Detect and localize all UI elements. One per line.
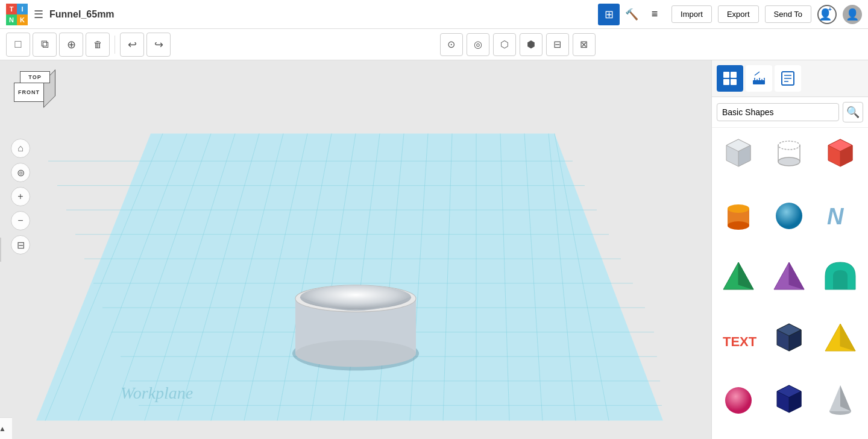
view-cube-btn[interactable]: ⊟ — [11, 235, 30, 254]
shape-arch[interactable] — [816, 253, 864, 302]
home-icon: ⌂ — [17, 143, 24, 154]
shape-sphere[interactable] — [765, 192, 813, 240]
pyramid-green-shape-icon — [720, 259, 756, 295]
orbit-icon: ⊚ — [17, 167, 25, 178]
svg-rect-37 — [731, 72, 737, 78]
shape-box[interactable] — [714, 130, 763, 178]
svg-rect-39 — [731, 79, 737, 85]
svg-point-63 — [728, 204, 749, 213]
svg-rect-36 — [723, 72, 729, 78]
svg-marker-75 — [840, 324, 855, 351]
app-logo: T I N K — [6, 4, 28, 25]
cylinder-shape-icon — [720, 198, 756, 234]
shape-box-dark[interactable] — [765, 315, 813, 363]
zoom-out-icon: − — [17, 215, 23, 226]
shapes-header: Basic Shapes Letters & Numbers Connector… — [712, 97, 868, 128]
orbit-btn[interactable]: ⊚ — [11, 163, 30, 182]
shape-pyramid-green[interactable] — [714, 253, 763, 302]
sphere-shape-icon — [771, 198, 807, 234]
delete-btn[interactable]: 🗑 — [86, 33, 110, 57]
logo-t: T — [6, 4, 17, 14]
shape-sphere-pink[interactable] — [714, 376, 763, 425]
delete-icon: 🗑 — [93, 39, 102, 49]
project-name: Funnel_65mm — [49, 9, 592, 20]
zoom-in-btn[interactable]: + — [11, 187, 30, 206]
view-icons: ⊞ 🔨 ≡ — [598, 4, 665, 25]
shapes-panel-tab[interactable] — [717, 65, 743, 92]
collapse-arrow[interactable]: › — [0, 238, 1, 262]
snap-grid-control: Snap Grid ▲ — [0, 420, 6, 437]
copy-btn[interactable]: ⧉ — [33, 33, 57, 57]
notes-tab-icon — [780, 71, 796, 86]
undo-btn[interactable]: ↩ — [120, 33, 144, 57]
user-avatar[interactable]: 👤 — [843, 5, 862, 24]
cube-front-face: FRONT — [14, 83, 44, 102]
separator-1 — [115, 36, 115, 54]
svg-text:N: N — [827, 204, 844, 229]
main-area: TOP FRONT ⌂ ⊚ + − ⊟ Workplane › Settings… — [0, 60, 868, 439]
toolbar: □ ⧉ ⊕ 🗑 ↩ ↪ ⊙ ◎ ⬡ ⬢ ⊟ ⊠ — [0, 29, 868, 60]
box-shape-icon — [720, 136, 756, 172]
svg-point-54 — [778, 141, 800, 150]
svg-point-35 — [300, 285, 411, 310]
snap-icon: ⬡ — [500, 39, 509, 50]
view-snap-btn[interactable]: ⬡ — [493, 33, 516, 56]
home-btn[interactable]: ⌂ — [11, 139, 30, 158]
panel-tabs — [712, 60, 868, 97]
menu-icon[interactable]: ☰ — [34, 8, 43, 21]
box-dark-shape-icon — [771, 321, 807, 357]
code-view-btn[interactable]: ≡ — [644, 4, 665, 25]
view-mirror-btn[interactable]: ⊠ — [573, 33, 596, 56]
logo-n: N — [6, 14, 17, 25]
view-home-btn[interactable]: ⊙ — [440, 33, 463, 56]
top-bar: T I N K ☰ Funnel_65mm ⊞ 🔨 ≡ Import Expor… — [0, 0, 868, 29]
build-view-btn[interactable]: 🔨 — [621, 4, 643, 25]
shapes-search-button[interactable]: 🔍 — [843, 102, 863, 122]
ruler-panel-tab[interactable] — [746, 65, 772, 92]
toolbar-center: ⊙ ◎ ⬡ ⬢ ⊟ ⊠ — [173, 33, 862, 56]
svg-point-76 — [725, 387, 752, 414]
shape-pyramid-purple[interactable] — [765, 253, 813, 302]
box-icon: □ — [15, 38, 22, 51]
bottom-status-bar: Settings Snap Grid ▲ — [0, 417, 12, 439]
zoom-out-btn[interactable]: − — [11, 211, 30, 230]
pyramid-purple-shape-icon — [771, 259, 807, 295]
shape-wave[interactable]: N — [816, 192, 864, 240]
svg-point-33 — [295, 340, 416, 367]
arch-shape-icon — [822, 259, 858, 295]
send-to-button[interactable]: Send To — [765, 5, 811, 23]
shape-text[interactable]: TEXT — [714, 315, 763, 363]
notes-panel-tab[interactable] — [775, 65, 801, 92]
text-shape-icon: TEXT — [720, 321, 756, 357]
copy-icon: ⧉ — [41, 38, 49, 51]
svg-marker-1 — [36, 134, 663, 421]
shape-cylinder[interactable] — [714, 192, 763, 240]
svg-text:TEXT: TEXT — [723, 334, 756, 349]
svg-point-64 — [776, 203, 802, 229]
shape-cone-grey[interactable] — [816, 376, 864, 425]
shape-cylinder-hole[interactable] — [765, 130, 813, 178]
select-btn[interactable]: □ — [6, 33, 30, 57]
redo-btn[interactable]: ↪ — [146, 33, 171, 57]
light-icon: ◎ — [474, 39, 482, 50]
shape-pyramid-yellow[interactable] — [816, 315, 864, 363]
paste-btn[interactable]: ⊕ — [59, 33, 83, 57]
add-user-button[interactable]: 👤 + — [817, 5, 837, 24]
grid-view-btn[interactable]: ⊞ — [598, 4, 620, 25]
shapes-category-select[interactable]: Basic Shapes Letters & Numbers Connector… — [717, 103, 839, 121]
sphere-pink-shape-icon — [720, 382, 756, 418]
cube-indicator[interactable]: TOP FRONT — [11, 71, 59, 125]
undo-icon: ↩ — [128, 38, 137, 51]
viewport[interactable]: TOP FRONT ⌂ ⊚ + − ⊟ Workplane › Settings… — [0, 60, 711, 439]
cylinder-hole-shape-icon — [771, 136, 807, 172]
shape-box-red[interactable] — [816, 130, 864, 178]
svg-rect-38 — [723, 79, 729, 85]
view-grid-btn[interactable]: ⬢ — [520, 33, 542, 56]
view-light-btn[interactable]: ◎ — [467, 33, 489, 56]
snap-grid-arrow[interactable]: ▲ — [0, 425, 6, 433]
import-button[interactable]: Import — [671, 5, 712, 23]
logo-k: K — [17, 14, 28, 25]
export-button[interactable]: Export — [718, 5, 759, 23]
shape-box-navy[interactable] — [765, 376, 813, 425]
view-align-btn[interactable]: ⊟ — [546, 33, 569, 56]
